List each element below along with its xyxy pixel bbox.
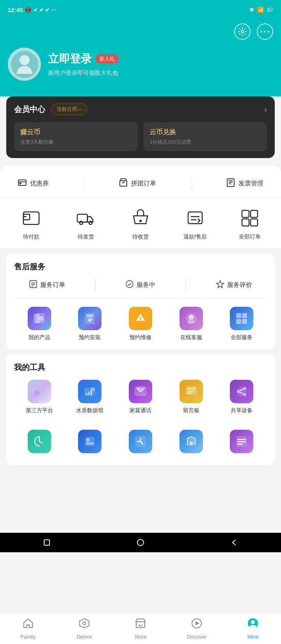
tools-title: 我的工具 — [14, 362, 267, 373]
pending-payment-icon — [20, 207, 43, 229]
invoice-shortcut[interactable]: 发票管理 — [226, 178, 263, 189]
nav-discover-label: Discover — [187, 634, 207, 640]
sys-square-btn[interactable] — [41, 537, 53, 548]
svg-point-43 — [37, 386, 42, 392]
svg-rect-17 — [251, 210, 258, 217]
third-party-tool[interactable]: 第三方平台 — [14, 380, 65, 414]
svg-point-13 — [89, 221, 92, 224]
pending-receive-item[interactable]: 待收货 — [121, 207, 160, 240]
tools-grid-row1: 第三方平台 水质数据馆 — [14, 380, 267, 418]
svg-rect-18 — [242, 219, 249, 226]
tool-row2-3[interactable] — [115, 430, 166, 453]
earn-coins-desc: 连签3天翻倍赚 — [20, 139, 132, 146]
nav-mine-label: Mine — [247, 634, 258, 640]
more-button[interactable] — [257, 23, 273, 40]
dots-icon: ··· — [52, 7, 57, 13]
check-icons: ✔ ✔ ✔ — [34, 7, 49, 13]
login-title[interactable]: 立即登录 — [48, 52, 92, 66]
refund-icon — [184, 207, 206, 229]
all-service-item[interactable]: 全部服务 — [222, 307, 261, 341]
system-nav-bar — [0, 533, 281, 552]
group-order-icon — [119, 178, 128, 189]
tool-row2-1-icon — [28, 430, 51, 453]
service-order-shortcut[interactable]: 服务订单 — [29, 280, 65, 290]
service-order-icon — [29, 280, 37, 290]
svg-point-33 — [140, 320, 141, 322]
appointment-install-icon — [78, 307, 101, 330]
water-data-icon — [78, 380, 101, 403]
svg-point-5 — [20, 183, 21, 184]
member-arrow[interactable]: › — [264, 105, 267, 114]
share-device-tool[interactable]: 共享设备 — [216, 380, 267, 414]
invoice-label: 发票管理 — [238, 180, 263, 188]
tool-row2-2[interactable] — [65, 430, 116, 453]
nav-mine[interactable]: Mine — [225, 617, 281, 640]
earn-coins-button[interactable]: 赚云币 连签3天翻倍赚 — [14, 122, 138, 151]
nav-device[interactable]: Device — [56, 617, 112, 640]
settings-button[interactable] — [234, 23, 251, 40]
all-orders-item[interactable]: 全部订单 — [230, 207, 269, 240]
nav-store[interactable]: Store — [112, 617, 169, 640]
sys-home-btn[interactable] — [135, 537, 146, 548]
status-right: ✖ 📶 67 — [249, 7, 273, 13]
earn-coins-title: 赚云币 — [20, 128, 132, 137]
coin-badge: 当前云币:-- — [51, 103, 87, 115]
time-display: 12:45 — [8, 7, 23, 13]
tool-row2-1[interactable] — [14, 430, 65, 453]
svg-rect-15 — [188, 212, 202, 224]
svg-marker-68 — [80, 619, 89, 628]
mine-nav-icon — [247, 617, 259, 632]
svg-rect-4 — [18, 180, 26, 185]
service-review-shortcut[interactable]: 服务评价 — [216, 280, 252, 290]
appointment-install-item[interactable]: 预约安装 — [70, 307, 109, 341]
svg-point-74 — [251, 620, 255, 624]
in-service-label: 服务中 — [137, 281, 155, 289]
all-service-label: 全部服务 — [231, 334, 253, 341]
svg-rect-70 — [136, 622, 145, 628]
pending-ship-item[interactable]: 待发货 — [66, 207, 105, 240]
svg-point-14 — [139, 220, 142, 222]
exchange-coins-button[interactable]: 云币兑换 1分钱兑100元话费 — [143, 122, 267, 151]
nav-family[interactable]: Family — [0, 617, 56, 640]
my-product-item[interactable]: 我的产品 — [20, 307, 59, 341]
appointment-repair-item[interactable]: 预约维修 — [121, 307, 160, 341]
message-board-icon — [180, 380, 203, 403]
service-order-label: 服务订单 — [40, 281, 65, 289]
coupon-shortcut[interactable]: 优惠券 — [18, 178, 49, 189]
coupon-icon — [18, 178, 27, 189]
service-shortcuts: 服务订单 服务中 服务评价 — [14, 279, 267, 298]
tools-grid-row2 — [14, 426, 267, 457]
order-icons-grid: 待付款 待发货 — [0, 197, 281, 248]
header-section: 立即登录 新人礼 新用户登录即可领取大礼包 — [0, 20, 281, 96]
message-board-tool[interactable]: 留言板 — [166, 380, 217, 414]
svg-point-55 — [243, 387, 246, 390]
nav-store-label: Store — [134, 634, 146, 640]
all-service-icon — [230, 307, 253, 330]
discover-nav-icon — [191, 617, 203, 632]
nav-device-label: Device — [76, 634, 92, 640]
tool-row2-4[interactable] — [166, 430, 217, 453]
member-actions: 赚云币 连签3天翻倍赚 云币兑换 1分钱兑100元话费 — [14, 122, 267, 151]
all-orders-icon — [238, 207, 261, 229]
svg-rect-37 — [236, 313, 241, 318]
exchange-title: 云币兑换 — [149, 128, 261, 137]
group-order-shortcut[interactable]: 拼团订单 — [119, 178, 156, 189]
sys-back-btn[interactable] — [228, 537, 240, 548]
divider-2 — [191, 178, 191, 189]
in-service-shortcut[interactable]: 服务中 — [125, 280, 155, 290]
refund-item[interactable]: 退款/售后 — [176, 207, 215, 240]
svg-rect-19 — [251, 219, 258, 226]
svg-rect-59 — [85, 437, 94, 446]
appointment-repair-label: 预约维修 — [130, 334, 151, 341]
pending-payment-item[interactable]: 待付款 — [12, 207, 51, 240]
avatar[interactable] — [8, 48, 41, 81]
tool-row2-5[interactable] — [216, 430, 267, 453]
nav-discover[interactable]: Discover — [169, 617, 225, 640]
family-call-tool[interactable]: 家庭通话 — [115, 380, 166, 414]
tool-row2-2-icon — [78, 430, 101, 453]
svg-point-60 — [86, 438, 89, 441]
appointment-install-label: 预约安装 — [79, 334, 101, 341]
online-service-item[interactable]: 在线客服 — [172, 307, 211, 341]
water-data-tool[interactable]: 水质数据馆 — [65, 380, 116, 414]
service-divider-1 — [95, 279, 96, 291]
